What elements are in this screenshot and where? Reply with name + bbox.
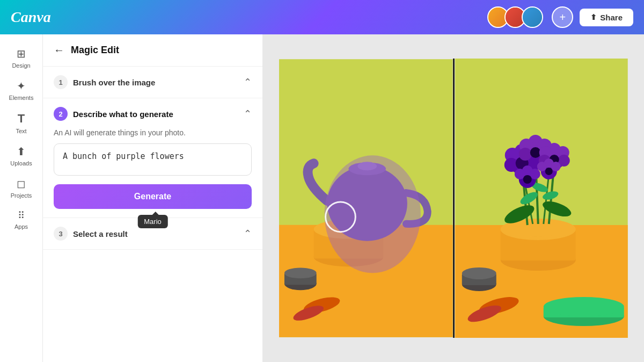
step-2-section: 2 Describe what to generate ⌃ An AI will…: [43, 98, 262, 218]
step-1-section: 1 Brush over the image ⌃: [43, 67, 262, 98]
step-1-number: 1: [54, 75, 68, 89]
sidebar-item-uploads[interactable]: ⬆ Uploads: [3, 141, 40, 171]
step-2-content: An AI will generate things in your photo…: [54, 128, 252, 209]
step-1-collapse-button[interactable]: ⌃: [244, 76, 252, 88]
share-icon: ⬆: [590, 13, 597, 21]
step-3-collapse-button[interactable]: ⌃: [244, 228, 252, 240]
user-tooltip: Mario: [137, 215, 168, 228]
panel-title: Magic Edit: [71, 45, 119, 56]
projects-icon: ◻: [17, 177, 26, 190]
sidebar-item-projects[interactable]: ◻ Projects: [3, 173, 40, 203]
share-button[interactable]: ⬆ Share: [580, 9, 633, 26]
canva-logo: Canva: [11, 9, 51, 26]
avatar-group: [487, 6, 543, 28]
canvas-right-scene: [455, 59, 628, 338]
svg-point-19: [543, 297, 624, 316]
canvas-left: [279, 59, 453, 338]
sidebar-item-apps[interactable]: ⠿ Apps: [3, 205, 40, 234]
svg-point-62: [545, 168, 552, 175]
generate-btn-wrapper: Generate Mario: [54, 178, 252, 209]
design-icon: ⊞: [17, 47, 26, 60]
step-3-header[interactable]: 3 Select a result ⌃: [54, 227, 252, 241]
step-2-number: 2: [54, 107, 68, 121]
icon-sidebar: ⊞ Design ✦ Elements T Text ⬆ Uploads ◻ P…: [0, 34, 43, 362]
sidebar-item-elements[interactable]: ✦ Elements: [3, 75, 40, 105]
add-collaborator-button[interactable]: +: [552, 6, 573, 28]
text-icon: T: [18, 112, 25, 126]
step-1-header[interactable]: 1 Brush over the image ⌃: [54, 75, 252, 89]
avatar-3: [522, 6, 543, 28]
svg-point-8: [325, 155, 421, 273]
svg-point-61: [551, 162, 560, 171]
step-3-number: 3: [54, 227, 68, 241]
canvas-area: [263, 34, 644, 362]
panel-header: ← Magic Edit: [43, 34, 262, 67]
sidebar-item-text[interactable]: T Text: [3, 107, 40, 139]
chevron-up-icon-2: ⌃: [244, 108, 252, 119]
topbar-right: + ⬆ Share: [487, 6, 633, 28]
generate-description-input[interactable]: [54, 143, 252, 176]
canvas-divider: [453, 59, 455, 338]
apps-icon: ⠿: [18, 209, 25, 221]
sidebar-item-design[interactable]: ⊞ Design: [3, 43, 40, 73]
step-2-header[interactable]: 2 Describe what to generate ⌃: [54, 107, 252, 121]
back-button[interactable]: ←: [54, 44, 64, 56]
uploads-icon: ⬆: [17, 145, 26, 158]
svg-point-43: [518, 148, 531, 161]
step-2-description: An AI will generate things in your photo…: [54, 128, 252, 137]
main-area: ⊞ Design ✦ Elements T Text ⬆ Uploads ◻ P…: [0, 34, 644, 362]
generate-button[interactable]: Generate: [54, 184, 252, 209]
svg-point-12: [284, 267, 317, 278]
canvas-content: [279, 59, 628, 338]
step-1-title: Brush over the image: [73, 78, 155, 87]
elements-icon: ✦: [17, 79, 26, 92]
back-icon: ←: [54, 44, 64, 56]
canvas-left-scene: [279, 59, 453, 338]
magic-edit-panel: ← Magic Edit 1 Brush over the image ⌃ 2: [43, 34, 263, 362]
step-2-title: Describe what to generate: [73, 110, 173, 119]
chevron-up-icon: ⌃: [244, 77, 252, 88]
topbar: Canva + ⬆ Share: [0, 0, 644, 34]
step-2-collapse-button[interactable]: ⌃: [244, 108, 252, 120]
svg-point-23: [514, 222, 562, 237]
svg-point-60: [537, 162, 546, 171]
step-3-title: Select a result: [73, 229, 128, 238]
svg-point-57: [523, 175, 531, 184]
svg-point-65: [462, 267, 496, 279]
chevron-up-icon-3: ⌃: [244, 228, 252, 239]
canvas-right: [455, 59, 628, 338]
